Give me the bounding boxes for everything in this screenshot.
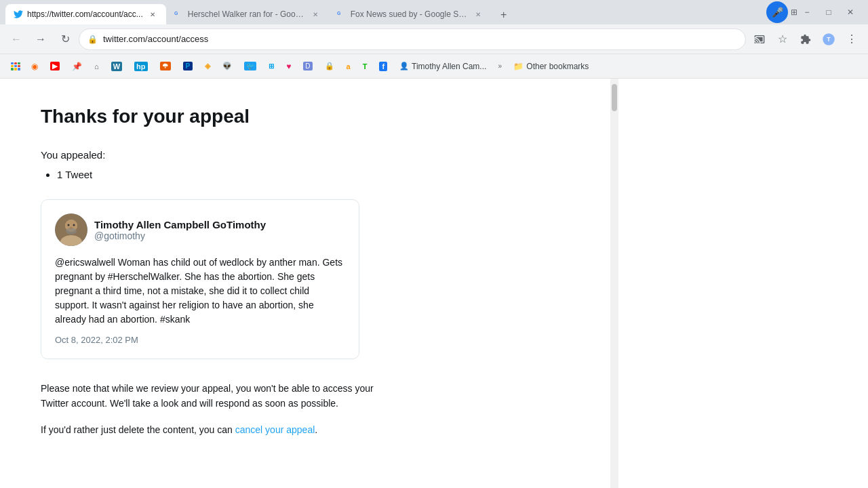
bookmark-lp[interactable]: 🔒 <box>319 59 340 73</box>
extensions-button[interactable] <box>795 28 816 50</box>
tweet-user-name: Timothy Allen Campbell GoTimothy <box>94 219 266 230</box>
cancel-appeal-link[interactable]: cancel your appeal <box>235 424 315 435</box>
tab-foxnews[interactable]: G Fox News sued by - Google Sear... ✕ <box>329 4 492 24</box>
maximize-button[interactable]: □ <box>819 3 838 22</box>
address-text: twitter.com/account/access <box>103 34 737 44</box>
tweet-timestamp: Oct 8, 2022, 2:02 PM <box>55 335 345 345</box>
google-favicon2: G <box>174 9 184 19</box>
folder-icon: 📁 <box>513 62 524 71</box>
nav-actions: ☆ T ⋮ <box>749 28 863 50</box>
address-bar[interactable]: 🔒 twitter.com/account/access <box>79 28 746 50</box>
bookmark-wp[interactable]: W <box>106 59 127 74</box>
nav-bar: ← → ↻ 🔒 twitter.com/account/access ☆ T ⋮ <box>0 24 868 54</box>
scrollbar-thumb[interactable] <box>612 84 617 111</box>
bookmark-timothy-label: Timothy Allen Cam... <box>412 62 486 71</box>
footer-note2-suffix: . <box>315 424 317 435</box>
bookmarks-bar: ◉ ▶ 📌 ⌂ W hp 🌩 P ◈ 👽 🐦 ⊞ ♥ D 🔒 a T f 👤 T… <box>0 54 868 79</box>
bookmark-pin[interactable]: 📌 <box>66 59 87 74</box>
bookmarks-more-button[interactable]: » <box>493 60 507 73</box>
tab-twitter[interactable]: https://twitter.com/account/acc... ✕ <box>5 4 166 24</box>
svg-text:G: G <box>337 11 341 16</box>
tab3-close[interactable]: ✕ <box>473 9 484 20</box>
tab1-close[interactable]: ✕ <box>147 9 158 20</box>
page-title: Thanks for your appeal <box>41 106 570 127</box>
tweet-header: Timothy Allen Campbell GoTimothy @gotimo… <box>55 214 345 246</box>
bookmark-star-button[interactable]: ☆ <box>772 28 793 50</box>
tab1-title: https://twitter.com/account/acc... <box>27 9 143 19</box>
bookmark-sf[interactable]: 🌩 <box>155 59 176 73</box>
tweet-user-handle: @gotimothy <box>94 230 266 241</box>
other-bookmarks-label: Other bookmarks <box>526 62 589 71</box>
mic-button[interactable]: 🎤 <box>766 1 788 23</box>
svg-point-10 <box>73 224 75 226</box>
other-bookmarks[interactable]: 📁 Other bookmarks <box>508 59 594 74</box>
avatar <box>55 214 87 246</box>
page-content: Thanks for your appeal You appealed: 1 T… <box>0 79 868 488</box>
tweet-text: @ericswalwell Woman has child out of wed… <box>55 256 345 327</box>
bookmark-pp[interactable]: P <box>178 59 199 73</box>
bookmark-cb[interactable]: ◈ <box>199 59 216 73</box>
bookmark-rd[interactable]: 👽 <box>217 59 237 73</box>
google-favicon3: G <box>337 9 347 19</box>
svg-text:G: G <box>174 11 178 16</box>
bookmark-ta[interactable]: T <box>357 60 373 73</box>
menu-button[interactable]: ⋮ <box>841 28 863 50</box>
tweet-card: Timothy Allen Campbell GoTimothy @gotimo… <box>41 199 359 359</box>
bookmark-hp[interactable]: hp <box>129 59 153 74</box>
back-button[interactable]: ← <box>5 28 27 50</box>
bookmark-timothy[interactable]: 👤 Timothy Allen Cam... <box>394 59 492 74</box>
svg-point-11 <box>70 227 73 229</box>
bookmark-fb[interactable]: f <box>374 59 393 74</box>
footer-note2: If you'd rather just delete the content,… <box>41 422 570 437</box>
new-tab-button[interactable]: + <box>494 5 513 24</box>
bookmark-hm[interactable]: ⌂ <box>89 60 104 73</box>
forward-button[interactable]: → <box>30 28 52 50</box>
minimize-button[interactable]: − <box>797 3 816 22</box>
bookmark-amazon[interactable]: a <box>341 60 356 73</box>
twitter-favicon <box>14 9 23 19</box>
lock-icon: 🔒 <box>87 35 98 44</box>
window-controls: − □ ✕ <box>797 3 863 22</box>
bookmark-apps[interactable] <box>5 60 24 73</box>
reload-button[interactable]: ↻ <box>54 28 76 50</box>
browser-window: https://twitter.com/account/acc... ✕ G H… <box>0 0 868 488</box>
close-button[interactable]: ✕ <box>841 3 860 22</box>
bookmark-rss[interactable]: ◉ <box>26 59 43 74</box>
scrollbar-track[interactable] <box>610 79 618 488</box>
system-tray: 🎤 ⊞ <box>766 1 797 23</box>
title-bar: https://twitter.com/account/acc... ✕ G H… <box>0 0 868 24</box>
appealed-label: You appealed: <box>41 149 570 161</box>
bookmark-discord[interactable]: D <box>298 59 317 73</box>
footer-note: Please note that while we review your ap… <box>41 381 387 411</box>
main-content: Thanks for your appeal You appealed: 1 T… <box>0 79 610 488</box>
cast-button[interactable] <box>749 28 770 50</box>
tab2-title: Herschel Walker ran for - Google... <box>188 9 306 19</box>
user-info: Timothy Allen Campbell GoTimothy @gotimo… <box>94 219 266 241</box>
tab-herschel[interactable]: G Herschel Walker ran for - Google... ✕ <box>166 4 329 24</box>
svg-text:T: T <box>827 36 831 43</box>
appeal-item: 1 Tweet <box>57 169 570 180</box>
tab2-close[interactable]: ✕ <box>310 9 321 20</box>
system-icon: ⊞ <box>791 7 797 17</box>
tabs-container: https://twitter.com/account/acc... ✕ G H… <box>5 0 761 24</box>
appeal-list: 1 Tweet <box>57 169 570 180</box>
bookmark-la[interactable]: ♥ <box>281 59 296 74</box>
bookmark-bt[interactable]: 🐦 <box>239 59 262 73</box>
bookmark-youtube[interactable]: ▶ <box>45 59 65 73</box>
profile-button[interactable]: T <box>818 28 840 50</box>
svg-point-9 <box>68 224 70 226</box>
tab3-title: Fox News sued by - Google Sear... <box>351 9 469 19</box>
bookmark-ms[interactable]: ⊞ <box>263 60 279 73</box>
footer-note2-prefix: If you'd rather just delete the content,… <box>41 424 235 435</box>
